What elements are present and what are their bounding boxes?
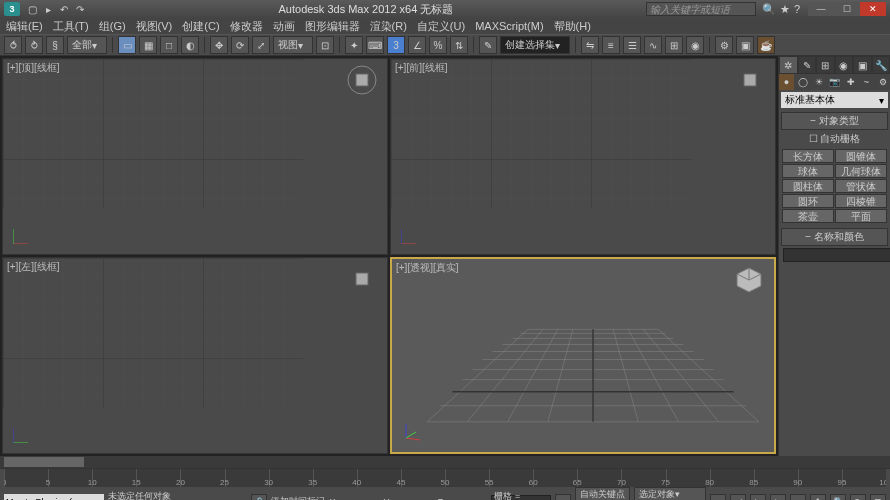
filter-dropdown[interactable]: 全部 ▾ [67,36,107,54]
named-sel-icon[interactable]: ✎ [479,36,497,54]
viewport-label[interactable]: [+][顶][线框] [7,61,60,75]
menu-render[interactable]: 渲染(R) [370,19,407,34]
display-tab[interactable]: ▣ [853,56,872,74]
selected-dropdown[interactable]: 选定对象 ▾ [634,487,706,500]
minimize-button[interactable]: — [808,2,834,16]
viewcube[interactable] [735,65,765,95]
select-icon[interactable]: ▭ [118,36,136,54]
teapot-button[interactable]: 茶壶 [782,209,834,223]
plane-button[interactable]: 平面 [835,209,887,223]
maxscript-listener[interactable]: Max to Physics ( [4,494,104,501]
object-type-header[interactable]: − 对象类型 [781,112,888,130]
time-tag[interactable]: 添加时间标记 [271,495,325,500]
angle-snap-icon[interactable]: ∠ [408,36,426,54]
select-name-icon[interactable]: ▦ [139,36,157,54]
shapes-icon[interactable]: ◯ [795,74,810,90]
pyramid-button[interactable]: 四棱锥 [835,194,887,208]
menu-anim[interactable]: 动画 [273,19,295,34]
cone-button[interactable]: 圆锥体 [835,149,887,163]
move-icon[interactable]: ✥ [210,36,228,54]
manipulate-icon[interactable]: ✦ [345,36,363,54]
lights-icon[interactable]: ☀ [811,74,826,90]
hierarchy-tab[interactable]: ⊞ [816,56,835,74]
key-icon[interactable]: ⊸ [555,494,571,501]
favorite-icon[interactable]: ★ [780,3,790,16]
viewport-label[interactable]: [+][左][线框] [7,260,60,274]
curve-editor-icon[interactable]: ∿ [644,36,662,54]
menu-custom[interactable]: 自定义(U) [417,19,465,34]
layers-icon[interactable]: ☰ [623,36,641,54]
material-icon[interactable]: ◉ [686,36,704,54]
window-cross-icon[interactable]: ◐ [181,36,199,54]
menu-create[interactable]: 创建(C) [182,19,219,34]
cameras-icon[interactable]: 📷 [827,74,842,90]
name-color-header[interactable]: − 名称和颜色 [781,228,888,246]
search-icon[interactable]: 🔍 [762,3,776,16]
object-name-input[interactable] [783,248,890,262]
orbit-icon[interactable]: ⟳ [850,494,866,501]
viewport-top[interactable]: [+][顶][线框] [2,58,388,255]
keyboard-icon[interactable]: ⌨ [366,36,384,54]
schematic-icon[interactable]: ⊞ [665,36,683,54]
category-dropdown[interactable]: 标准基本体▾ [781,92,888,108]
cylinder-button[interactable]: 圆柱体 [782,179,834,193]
undo-icon[interactable]: ↷ [74,3,86,15]
viewport-label[interactable]: [+][透视][真实] [396,261,459,275]
viewcube[interactable] [347,264,377,294]
rotate-icon[interactable]: ⟳ [231,36,249,54]
menu-edit[interactable]: 编辑(E) [6,19,43,34]
percent-snap-icon[interactable]: % [429,36,447,54]
mirror-icon[interactable]: ⇋ [581,36,599,54]
ref-coord-dropdown[interactable]: 视图 ▾ [273,36,313,54]
next-frame-icon[interactable]: ▶ [770,494,786,501]
geometry-icon[interactable]: ● [779,74,794,90]
close-button[interactable]: ✕ [860,2,886,16]
goto-end-icon[interactable]: ⏭ [790,494,806,501]
sphere-button[interactable]: 球体 [782,164,834,178]
app-logo[interactable]: 3 [4,2,20,16]
autokey-button[interactable]: 自动关键点 [575,487,630,500]
maximize-vp-icon[interactable]: ⊞ [870,494,886,501]
pivot-icon[interactable]: ⊡ [316,36,334,54]
menu-maxscript[interactable]: MAXScript(M) [475,20,543,32]
menu-tools[interactable]: 工具(T) [53,19,89,34]
torus-button[interactable]: 圆环 [782,194,834,208]
viewport-front[interactable]: [+][前][线框] [390,58,776,255]
zoom-icon[interactable]: 🔍 [830,494,846,501]
help-search[interactable]: 输入关键字或短语 [646,2,756,16]
maximize-button[interactable]: ☐ [834,2,860,16]
menu-group[interactable]: 组(G) [99,19,126,34]
link-icon[interactable]: ⥀ [4,36,22,54]
motion-tab[interactable]: ◉ [835,56,854,74]
goto-start-icon[interactable]: ⏮ [710,494,726,501]
pan-icon[interactable]: ✥ [810,494,826,501]
lock-icon[interactable]: 🔒 [251,494,267,501]
helpers-icon[interactable]: ✚ [843,74,858,90]
open-icon[interactable]: ▸ [42,3,54,15]
space-icon[interactable]: ~ [859,74,874,90]
render-setup-icon[interactable]: ⚙ [715,36,733,54]
box-button[interactable]: 长方体 [782,149,834,163]
scrollbar-thumb[interactable] [4,457,84,467]
selection-set-dropdown[interactable]: 创建选择集 ▾ [500,36,570,54]
menu-view[interactable]: 视图(V) [136,19,173,34]
render-icon[interactable]: ☕ [757,36,775,54]
viewport-scrollbar[interactable] [0,456,890,468]
viewport-label[interactable]: [+][前][线框] [395,61,448,75]
modify-tab[interactable]: ✎ [798,56,817,74]
systems-icon[interactable]: ⚙ [875,74,890,90]
help-icon[interactable]: ? [794,3,800,15]
utility-tab[interactable]: 🔧 [872,56,891,74]
geosphere-button[interactable]: 几何球体 [835,164,887,178]
grid-spinner[interactable]: 栅格 = 0.0mm [491,495,551,501]
render-frame-icon[interactable]: ▣ [736,36,754,54]
viewcube[interactable] [734,265,764,295]
new-icon[interactable]: ▢ [26,3,38,15]
menu-help[interactable]: 帮助(H) [554,19,591,34]
play-icon[interactable]: ▶ [750,494,766,501]
create-tab[interactable]: ✲ [779,56,798,74]
viewport-left[interactable]: [+][左][线框] [2,257,388,454]
spinner-snap-icon[interactable]: ⇅ [450,36,468,54]
save-icon[interactable]: ↶ [58,3,70,15]
tube-button[interactable]: 管状体 [835,179,887,193]
